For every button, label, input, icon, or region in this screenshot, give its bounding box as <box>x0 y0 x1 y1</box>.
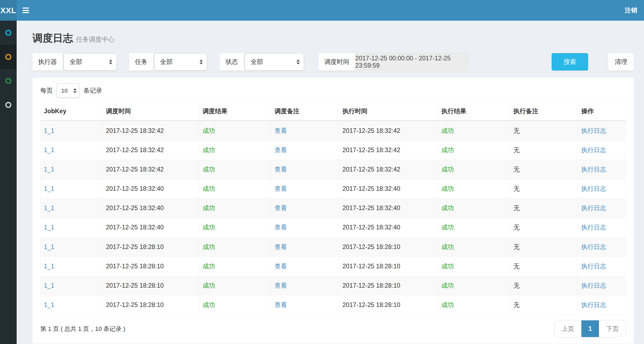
trigger-msg-link[interactable]: 查看 <box>274 204 287 211</box>
exec-log-link[interactable]: 执行日志 <box>581 301 606 308</box>
exec-log-link[interactable]: 执行日志 <box>581 282 606 289</box>
circle-icon-aqua <box>5 30 11 36</box>
exec-log-link[interactable]: 执行日志 <box>581 147 606 153</box>
cell-action: 执行日志 <box>578 276 626 295</box>
cell-handle-time: 2017-12-25 18:32:42 <box>339 160 438 179</box>
column-header-trigger-result[interactable]: 调度结果 <box>199 102 271 121</box>
cell-trigger-result: 成功 <box>199 237 271 257</box>
select-arrows-icon <box>73 88 77 93</box>
trigger-msg-link[interactable]: 查看 <box>274 185 287 192</box>
cell-handle-result: 成功 <box>438 179 510 199</box>
jobkey-link[interactable]: 1_1 <box>44 127 54 134</box>
exec-log-link[interactable]: 执行日志 <box>581 127 606 134</box>
search-button[interactable]: 搜索 <box>552 53 588 71</box>
exec-log-link[interactable]: 执行日志 <box>581 185 606 192</box>
exec-log-link[interactable]: 执行日志 <box>581 166 606 173</box>
pagination-prev-button[interactable]: 上页 <box>555 320 581 337</box>
jobkey-link[interactable]: 1_1 <box>44 243 54 250</box>
sidebar-item-2[interactable] <box>0 45 17 69</box>
column-header-handle-time[interactable]: 执行时间 <box>339 102 438 121</box>
sidebar-item-3[interactable] <box>0 69 17 93</box>
exec-log-link[interactable]: 执行日志 <box>581 263 606 270</box>
sidebar-toggle-button[interactable] <box>17 0 35 21</box>
jobkey-link[interactable]: 1_1 <box>44 224 54 231</box>
cell-handle-result: 成功 <box>438 199 510 218</box>
table-row: 1_1 2017-12-25 18:28:10 成功 查看 2017-12-25… <box>41 237 626 257</box>
table-row: 1_1 2017-12-25 18:32:42 成功 查看 2017-12-25… <box>41 160 626 179</box>
cell-trigger-result: 成功 <box>199 257 271 276</box>
status-filter-value: 全部 <box>251 58 263 66</box>
pagination-info: 第 1 页 ( 总共 1 页，10 条记录 ) <box>40 325 125 333</box>
table-row: 1_1 2017-12-25 18:28:10 成功 查看 2017-12-25… <box>41 257 626 276</box>
cell-handle-msg: 无 <box>510 295 578 315</box>
job-filter-select[interactable]: 全部 <box>154 53 207 71</box>
exec-log-link[interactable]: 执行日志 <box>581 224 606 231</box>
cell-jobkey: 1_1 <box>41 179 103 199</box>
trigger-time-range-input[interactable]: 2017-12-25 00:00:00 - 2017-12-25 23:59:5… <box>355 53 468 71</box>
cell-action: 执行日志 <box>578 218 626 237</box>
content-header: 调度日志任务调度中心 <box>17 21 644 45</box>
executor-filter-select[interactable]: 全部 <box>64 53 117 71</box>
pagination: 上页 1 下页 <box>554 320 626 337</box>
cell-handle-msg: 无 <box>510 237 578 257</box>
status-filter-select[interactable]: 全部 <box>245 53 304 71</box>
table-row: 1_1 2017-12-25 18:28:10 成功 查看 2017-12-25… <box>41 295 626 315</box>
trigger-msg-link[interactable]: 查看 <box>274 127 287 134</box>
log-table-body: 1_1 2017-12-25 18:32:42 成功 查看 2017-12-25… <box>41 121 626 315</box>
trigger-msg-link[interactable]: 查看 <box>274 301 287 308</box>
trigger-msg-link[interactable]: 查看 <box>274 263 287 270</box>
cell-handle-msg: 无 <box>510 199 578 218</box>
exec-log-link[interactable]: 执行日志 <box>581 204 606 211</box>
main-content: 调度日志任务调度中心 执行器 全部 任务 全部 状态 <box>17 21 644 344</box>
pagination-page-1[interactable]: 1 <box>581 320 599 337</box>
cell-trigger-msg: 查看 <box>271 199 339 218</box>
sidebar-item-1[interactable] <box>0 21 17 45</box>
cell-trigger-time: 2017-12-25 18:32:40 <box>103 199 199 218</box>
cell-trigger-time: 2017-12-25 18:32:40 <box>103 179 199 199</box>
cell-handle-result: 成功 <box>438 121 510 140</box>
cell-action: 执行日志 <box>578 199 626 218</box>
jobkey-link[interactable]: 1_1 <box>44 282 54 289</box>
jobkey-link[interactable]: 1_1 <box>44 263 54 270</box>
cell-trigger-time: 2017-12-25 18:28:10 <box>103 295 199 315</box>
jobkey-link[interactable]: 1_1 <box>44 301 54 308</box>
table-row: 1_1 2017-12-25 18:32:40 成功 查看 2017-12-25… <box>41 218 626 237</box>
navbar: 注销 <box>17 0 644 21</box>
cell-trigger-msg: 查看 <box>271 121 339 140</box>
app-logo[interactable]: XXL <box>0 0 17 21</box>
cell-action: 执行日志 <box>578 160 626 179</box>
sidebar-item-4[interactable] <box>0 93 17 117</box>
trigger-msg-link[interactable]: 查看 <box>274 282 287 289</box>
table-row: 1_1 2017-12-25 18:32:42 成功 查看 2017-12-25… <box>41 121 626 140</box>
jobkey-link[interactable]: 1_1 <box>44 147 54 153</box>
clear-button[interactable]: 清理 <box>608 53 634 71</box>
jobkey-link[interactable]: 1_1 <box>44 166 54 173</box>
trigger-msg-link[interactable]: 查看 <box>274 243 287 250</box>
cell-trigger-time: 2017-12-25 18:28:10 <box>103 257 199 276</box>
pagination-next-button[interactable]: 下页 <box>599 320 626 337</box>
trigger-msg-link[interactable]: 查看 <box>274 166 287 173</box>
cell-jobkey: 1_1 <box>41 160 103 179</box>
pagination-row: 第 1 页 ( 总共 1 页，10 条记录 ) 上页 1 下页 <box>40 320 626 337</box>
cell-handle-result: 成功 <box>438 295 510 315</box>
column-header-trigger-msg[interactable]: 调度备注 <box>271 102 339 121</box>
cell-action: 执行日志 <box>578 121 626 140</box>
column-header-handle-msg[interactable]: 执行备注 <box>510 102 578 121</box>
cell-handle-result: 成功 <box>438 160 510 179</box>
trigger-msg-link[interactable]: 查看 <box>274 224 287 231</box>
cell-action: 执行日志 <box>578 257 626 276</box>
cell-handle-msg: 无 <box>510 218 578 237</box>
column-header-handle-result[interactable]: 执行结果 <box>438 102 510 121</box>
column-header-trigger-time[interactable]: 调度时间 <box>103 102 199 121</box>
cell-trigger-msg: 查看 <box>271 218 339 237</box>
logout-link[interactable]: 注销 <box>618 0 644 21</box>
column-header-action[interactable]: 操作 <box>578 102 626 121</box>
column-header-jobkey[interactable]: JobKey <box>41 102 103 121</box>
exec-log-link[interactable]: 执行日志 <box>581 243 606 250</box>
jobkey-link[interactable]: 1_1 <box>44 185 54 192</box>
trigger-msg-link[interactable]: 查看 <box>274 147 287 153</box>
jobkey-link[interactable]: 1_1 <box>44 204 54 211</box>
page-size-select[interactable]: 10 <box>56 83 80 98</box>
filter-job: 任务 全部 <box>129 53 207 71</box>
cell-trigger-msg: 查看 <box>271 237 339 257</box>
